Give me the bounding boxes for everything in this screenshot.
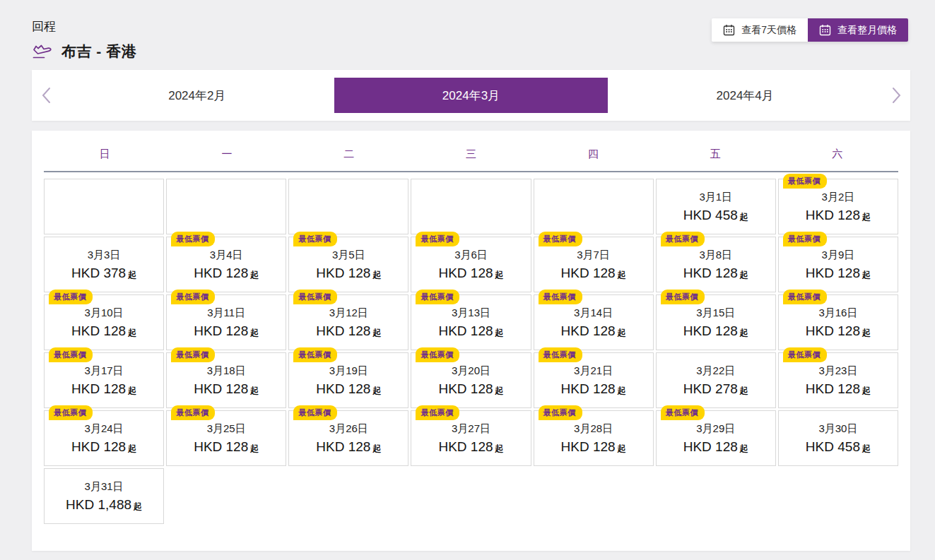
calendar-day-cell[interactable]: 最低票價 3月4日 HKD 128起 (166, 237, 286, 292)
calendar-day-cell[interactable]: 最低票價 3月11日 HKD 128起 (166, 294, 286, 350)
day-price: HKD 278起 (683, 381, 748, 397)
calendar-day-cell (411, 468, 531, 524)
fare-calendar: 日 一 二 三 四 五 六 3月1日 HKD 458起 最低票價 3月 (32, 131, 910, 551)
day-price: HKD 128起 (683, 439, 748, 455)
day-date: 3月24日 (85, 422, 124, 436)
calendar-day-cell[interactable]: 最低票價 3月16日 HKD 128起 (778, 294, 898, 350)
weekday-label: 二 (288, 148, 410, 161)
calendar-day-cell[interactable]: 最低票價 3月14日 HKD 128起 (534, 294, 654, 350)
calendar-day-cell (44, 179, 164, 234)
lowest-fare-badge: 最低票價 (293, 290, 337, 304)
from-suffix: 起 (618, 328, 626, 338)
calendar-day-cell[interactable]: 最低票價 3月5日 HKD 128起 (288, 237, 408, 292)
day-price: HKD 128起 (316, 323, 381, 339)
month-tabs: 2024年2月 2024年3月 2024年4月 (60, 70, 882, 121)
calendar-day-cell[interactable]: 最低票價 3月18日 HKD 128起 (166, 352, 286, 408)
month-tab-2[interactable]: 2024年3月 (334, 78, 608, 113)
calendar-day-cell (288, 468, 408, 524)
calendar-day-cell[interactable]: 3月22日 HKD 278起 (656, 352, 776, 408)
day-date: 3月20日 (452, 364, 490, 378)
calendar-day-cell[interactable]: 最低票價 3月23日 HKD 128起 (778, 352, 898, 408)
calendar-day-cell[interactable]: 最低票價 3月12日 HKD 128起 (288, 294, 408, 350)
calendar-day-cell[interactable]: 最低票價 3月17日 HKD 128起 (44, 352, 164, 408)
calendar-day-cell[interactable]: 最低票價 3月26日 HKD 128起 (288, 410, 408, 466)
from-suffix: 起 (618, 443, 626, 453)
calendar-day-cell[interactable]: 最低票價 3月9日 HKD 128起 (778, 237, 898, 292)
from-suffix: 起 (372, 270, 381, 280)
lowest-fare-badge: 最低票價 (293, 347, 337, 362)
month-selector: 2024年2月 2024年3月 2024年4月 (32, 70, 910, 121)
trip-type-label: 回程 (32, 18, 136, 35)
day-price: HKD 128起 (561, 266, 626, 281)
lowest-fare-badge: 最低票價 (661, 405, 705, 420)
calendar-day-cell[interactable]: 最低票價 3月29日 HKD 128起 (656, 410, 776, 466)
month-tab-1[interactable]: 2024年2月 (60, 78, 334, 113)
calendar-day-cell[interactable]: 3月3日 HKD 378起 (44, 237, 164, 292)
next-month-button[interactable] (882, 70, 910, 121)
prev-month-button[interactable] (32, 70, 60, 121)
lowest-fare-badge: 最低票價 (416, 290, 459, 304)
day-price: HKD 128起 (71, 323, 136, 339)
from-suffix: 起 (372, 328, 381, 338)
day-date: 3月4日 (210, 249, 243, 262)
day-date: 3月5日 (332, 249, 365, 262)
calendar-day-cell[interactable]: 3月31日 HKD 1,488起 (44, 468, 164, 524)
calendar-day-cell[interactable]: 最低票價 3月10日 HKD 128起 (44, 294, 164, 350)
day-price: HKD 128起 (561, 323, 626, 339)
lowest-fare-badge: 最低票價 (171, 290, 215, 304)
day-price: HKD 128起 (194, 381, 259, 397)
day-price: HKD 458起 (806, 439, 871, 455)
calendar-day-cell[interactable]: 最低票價 3月6日 HKD 128起 (411, 237, 531, 292)
day-date: 3月10日 (85, 306, 124, 320)
calendar-day-cell (778, 468, 898, 524)
calendar-day-cell[interactable]: 最低票價 3月27日 HKD 128起 (411, 410, 531, 466)
day-price: HKD 128起 (806, 323, 871, 339)
calendar-day-cell[interactable]: 最低票價 3月8日 HKD 128起 (656, 237, 776, 292)
day-date: 3月22日 (696, 364, 735, 378)
from-suffix: 起 (128, 386, 136, 395)
from-suffix: 起 (740, 443, 748, 453)
lowest-fare-badge: 最低票價 (49, 290, 93, 304)
calendar-day-cell[interactable]: 最低票價 3月21日 HKD 128起 (534, 352, 654, 408)
day-date: 3月29日 (696, 422, 735, 436)
day-date: 3月28日 (574, 422, 613, 436)
fare-calendar-page: 回程 布吉 - 香港 查看7天價格 (0, 0, 935, 560)
lowest-fare-badge: 最低票價 (783, 290, 827, 304)
day-date: 3月27日 (452, 422, 490, 436)
lowest-fare-badge: 最低票價 (539, 290, 582, 304)
lowest-fare-badge: 最低票價 (539, 347, 582, 362)
day-date: 3月9日 (822, 249, 855, 262)
from-suffix: 起 (250, 386, 259, 395)
route-title: 布吉 - 香港 (61, 42, 136, 61)
from-suffix: 起 (495, 443, 504, 453)
view-month-button[interactable]: 查看整月價格 (808, 18, 908, 42)
calendar-day-cell[interactable]: 3月30日 HKD 458起 (778, 410, 898, 466)
calendar-day-cell[interactable]: 最低票價 3月28日 HKD 128起 (534, 410, 654, 466)
day-date: 3月21日 (574, 364, 613, 378)
month-tab-label: 2024年4月 (717, 88, 774, 104)
calendar-day-cell[interactable]: 最低票價 3月7日 HKD 128起 (534, 237, 654, 292)
weekday-label: 三 (410, 148, 532, 161)
from-suffix: 起 (372, 443, 381, 453)
lowest-fare-badge: 最低票價 (171, 232, 215, 246)
day-price: HKD 128起 (438, 323, 503, 339)
day-date: 3月25日 (207, 422, 246, 436)
calendar-day-cell[interactable]: 最低票價 3月13日 HKD 128起 (411, 294, 531, 350)
calendar-day-cell[interactable]: 最低票價 3月24日 HKD 128起 (44, 410, 164, 466)
calendar-day-cell[interactable]: 最低票價 3月2日 HKD 128起 (778, 179, 898, 234)
calendar-day-cell[interactable]: 3月1日 HKD 458起 (656, 179, 776, 234)
day-price: HKD 128起 (561, 381, 626, 397)
day-date: 3月7日 (577, 249, 610, 262)
lowest-fare-badge: 最低票價 (416, 405, 459, 420)
calendar-day-cell[interactable]: 最低票價 3月15日 HKD 128起 (656, 294, 776, 350)
view-7day-button[interactable]: 查看7天價格 (712, 18, 808, 42)
calendar-day-cell[interactable]: 最低票價 3月25日 HKD 128起 (166, 410, 286, 466)
day-price: HKD 128起 (194, 323, 259, 339)
calendar-day-cell[interactable]: 最低票價 3月19日 HKD 128起 (288, 352, 408, 408)
month-tab-3[interactable]: 2024年4月 (608, 78, 882, 113)
from-suffix: 起 (740, 328, 748, 338)
from-suffix: 起 (862, 386, 871, 395)
calendar-day-cell[interactable]: 最低票價 3月20日 HKD 128起 (411, 352, 531, 408)
lowest-fare-badge: 最低票價 (49, 347, 93, 362)
day-date: 3月2日 (822, 191, 855, 204)
